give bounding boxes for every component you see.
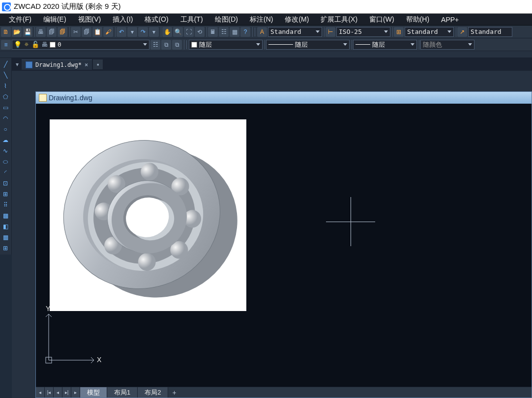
drawing-window: Drawing1.dwg — [35, 91, 532, 398]
hatch-icon[interactable]: ▩ — [1, 211, 10, 220]
menu-tools[interactable]: 工具(T) — [175, 14, 209, 26]
multileader-style-icon[interactable]: ↗ — [457, 27, 467, 37]
layer-lock-icon: 🔓 — [32, 41, 39, 48]
layout-tabs-strip: ◂ |◂ ◂ ▸| ▸ 模型 布局1 布局2 + — [36, 387, 532, 398]
linetype-select[interactable]: 随层 — [266, 40, 350, 50]
dim-style-value: ISO-25 — [339, 28, 362, 35]
properties-icon[interactable]: ☷ — [219, 27, 229, 37]
revision-cloud-icon[interactable]: ☁ — [1, 136, 10, 144]
insert-block-icon[interactable]: ⊡ — [1, 179, 10, 188]
ellipse-icon[interactable]: ⬭ — [1, 157, 10, 166]
layer-manager-icon[interactable]: ≡ — [1, 40, 11, 50]
line-icon[interactable]: ╱ — [1, 60, 10, 69]
menu-dimension[interactable]: 标注(N) — [244, 14, 279, 26]
close-tab-icon[interactable]: × — [85, 61, 88, 68]
color-select[interactable]: 随层 — [189, 40, 263, 50]
menu-file[interactable]: 文件(F) — [3, 14, 37, 26]
calculator-icon[interactable]: 🖩 — [208, 27, 218, 37]
publish-icon[interactable]: 🗐 — [58, 27, 67, 37]
tab-last-icon[interactable]: ▸| — [62, 387, 71, 398]
tab-first-icon[interactable]: ◂ — [36, 387, 45, 398]
layout2-tab[interactable]: 布局2 — [138, 387, 168, 398]
add-layout-icon[interactable]: + — [168, 387, 180, 398]
menu-modify[interactable]: 修改(M) — [279, 14, 315, 26]
paste-icon[interactable]: 📋 — [92, 27, 102, 37]
polygon-icon[interactable]: ⬠ — [1, 92, 10, 101]
pan-icon[interactable]: ✋ — [162, 27, 172, 37]
polyline-icon[interactable]: ⌇ — [1, 82, 10, 90]
design-center-icon[interactable]: ▦ — [230, 27, 239, 37]
multileader-style-select[interactable]: Standard — [468, 27, 512, 37]
window-title: ZWCAD 2020 试用版 (剩余 9 天) — [14, 2, 121, 11]
circle-icon[interactable]: ○ — [1, 125, 10, 134]
layer-state-icon[interactable]: ☷ — [150, 40, 160, 50]
ellipse-arc-icon[interactable]: ◜ — [1, 168, 10, 177]
make-block-icon[interactable]: ⊞ — [1, 190, 10, 199]
model-tab[interactable]: 模型 — [80, 387, 107, 398]
menu-app[interactable]: APP+ — [435, 14, 465, 25]
undo-dropdown-icon[interactable]: ▾ — [127, 27, 137, 37]
layers-properties-toolbar: ≡ 💡 ☼ 🔓 🖶 0 ☷ ⧉ ⧉ 随层 随层 随层 — [0, 38, 532, 51]
menu-draw[interactable]: 绘图(D) — [209, 14, 244, 26]
layout1-tab[interactable]: 布局1 — [107, 387, 138, 398]
zoom-previous-icon[interactable]: ⟲ — [195, 27, 205, 37]
menu-format[interactable]: 格式(O) — [139, 14, 174, 26]
zoom-window-icon[interactable]: ⛶ — [184, 27, 194, 37]
text-style-icon[interactable]: A — [257, 27, 267, 37]
dim-style-select[interactable]: ISO-25 — [336, 27, 390, 37]
dropdown-icon — [384, 30, 388, 33]
tab-prev-icon[interactable]: |◂ — [45, 387, 54, 398]
zoom-realtime-icon[interactable]: 🔍 — [173, 27, 183, 37]
menu-help[interactable]: 帮助(H) — [400, 14, 435, 26]
menu-express[interactable]: 扩展工具(X) — [315, 14, 363, 26]
menu-edit[interactable]: 编辑(E) — [37, 14, 72, 26]
open-file-icon[interactable]: 📂 — [12, 27, 22, 37]
undo-icon[interactable]: ↶ — [117, 27, 126, 37]
help-icon[interactable]: ? — [240, 27, 250, 37]
gradient-icon[interactable]: ◧ — [1, 222, 10, 231]
save-file-icon[interactable]: 💾 — [23, 27, 32, 37]
ucs-x-label: X — [97, 356, 102, 364]
new-tab-button[interactable]: ▪ — [93, 59, 103, 69]
dropdown-icon — [447, 30, 451, 33]
redo-dropdown-icon[interactable]: ▾ — [149, 27, 159, 37]
dim-style-icon[interactable]: ⊢ — [325, 27, 335, 37]
tab-next-icon[interactable]: ◂ — [54, 387, 62, 398]
plotstyle-select[interactable]: 随颜色 — [420, 40, 474, 50]
menu-window[interactable]: 窗口(W) — [363, 14, 400, 26]
table-style-select[interactable]: Standard — [405, 27, 454, 37]
layer-select[interactable]: 💡 ☼ 🔓 🖶 0 — [12, 40, 149, 50]
point-icon[interactable]: ⠿ — [1, 200, 10, 209]
table-style-icon[interactable]: ⊞ — [394, 27, 404, 37]
text-style-select[interactable]: Standard — [268, 27, 322, 37]
layer-previous-icon[interactable]: ⧉ — [161, 40, 171, 50]
table-icon[interactable]: ⊞ — [1, 244, 10, 253]
cut-icon[interactable]: ✂ — [71, 27, 81, 37]
print-preview-icon[interactable]: 🗐 — [47, 27, 57, 37]
new-file-icon[interactable]: 🗎 — [1, 27, 11, 37]
drawing-window-titlebar[interactable]: Drawing1.dwg — [36, 92, 532, 104]
region-icon[interactable]: ▦ — [1, 233, 10, 242]
color-value: 随层 — [199, 40, 212, 49]
spline-icon[interactable]: ∿ — [1, 146, 10, 155]
crosshair-cursor-icon — [326, 197, 375, 246]
copy-icon[interactable]: 🗐 — [82, 27, 91, 37]
lineweight-select[interactable]: 随层 — [353, 40, 417, 50]
xline-icon[interactable]: ╲ — [1, 71, 10, 80]
print-icon[interactable]: 🖶 — [36, 27, 46, 37]
layer-name: 0 — [58, 41, 61, 48]
drawing-canvas[interactable]: X Y — [36, 104, 532, 387]
layer-isolate-icon[interactable]: ⧉ — [172, 40, 182, 50]
tab-end-icon[interactable]: ▸ — [71, 387, 80, 398]
redo-icon[interactable]: ↷ — [138, 27, 148, 37]
document-tab[interactable]: Drawing1.dwg* × — [22, 59, 92, 70]
lineweight-value: 随层 — [372, 40, 385, 49]
menu-insert[interactable]: 插入(I) — [107, 14, 139, 26]
rectangle-icon[interactable]: ▭ — [1, 103, 10, 112]
layer-sun-icon: ☼ — [23, 41, 30, 48]
arc-icon[interactable]: ◠ — [1, 114, 10, 123]
menu-view[interactable]: 视图(V) — [72, 14, 107, 26]
dropdown-icon — [468, 43, 472, 46]
match-properties-icon[interactable]: 🖌 — [103, 27, 113, 37]
tabs-scroll-left-icon[interactable]: ▾ — [14, 61, 21, 68]
